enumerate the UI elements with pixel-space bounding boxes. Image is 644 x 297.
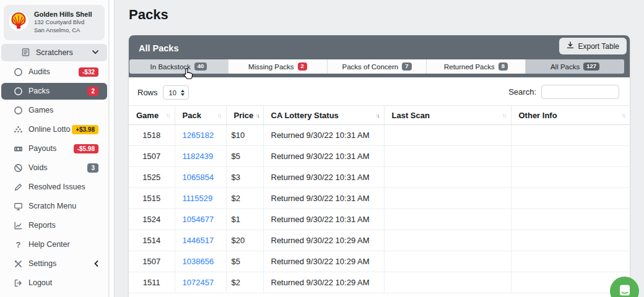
sidebar: Golden Hills Shell 132 Courtyard Blvd Sa… [0, 0, 109, 297]
sidebar-item-label: Scratchers [36, 48, 92, 57]
sidebar-item-label: Logout [28, 278, 98, 287]
game-cell: 1511 [129, 272, 175, 293]
tab-count-badge: 8 [498, 62, 508, 70]
sort-icon: ↑↓ [255, 112, 259, 119]
table-controls: Rows 10 Search: [129, 77, 630, 105]
sidebar-item-voids[interactable]: Voids 3 [1, 160, 107, 176]
all-packs-card: All Packs Export Table In Backstock 40 M… [129, 35, 630, 297]
game-cell: 1514 [129, 230, 175, 251]
pack-cell: 1038656 [175, 251, 226, 272]
tools-icon [14, 259, 23, 269]
pack-cell: 1054677 [175, 209, 226, 230]
sidebar-item-online-lotto[interactable]: Online Lotto +$3.98 [1, 121, 107, 138]
table-row: 1525 1065854 $3 Returned 9/30/22 10:31 A… [129, 167, 630, 188]
game-cell: 1518 [129, 125, 175, 146]
column-header-price[interactable]: Price↑↓ [226, 106, 263, 125]
sidebar-item-audits[interactable]: Audits -$32 [1, 64, 107, 80]
audits-badge: -$32 [79, 67, 98, 77]
other-info-cell [511, 146, 630, 167]
last-scan-cell [384, 188, 511, 209]
sidebar-item-scratchers[interactable]: Scratchers [1, 44, 107, 61]
sidebar-item-logout[interactable]: Logout [1, 275, 107, 291]
sidebar-item-payouts[interactable]: Payouts -$5.98 [1, 140, 107, 157]
logout-icon [14, 278, 23, 288]
chevron-left-icon [94, 260, 98, 267]
search-input[interactable] [541, 85, 619, 99]
tab-packs-of-concern[interactable]: Packs of Concern 7 [328, 59, 427, 74]
last-scan-cell [384, 209, 511, 230]
select-stepper-icon [181, 90, 185, 96]
price-cell: $5 [226, 146, 263, 167]
last-scan-cell [384, 125, 511, 146]
sidebar-scrollbar-track[interactable] [110, 0, 115, 297]
status-cell: Returned 9/30/22 10:31 AM [263, 146, 384, 167]
column-header-other-info[interactable]: Other Info↑↓ [511, 106, 630, 125]
tab-in-backstock[interactable]: In Backstock 40 [129, 59, 228, 74]
store-address-line2: San Anselmo, CA [34, 26, 92, 34]
tab-count-badge: 2 [298, 62, 307, 70]
sidebar-item-resolved-issues[interactable]: Resolved Issues [1, 179, 107, 196]
pack-link[interactable]: 1446517 [183, 236, 214, 245]
voids-badge: 3 [87, 163, 98, 173]
pack-cell: 1115529 [175, 188, 226, 209]
price-cell: $20 [226, 230, 263, 251]
pack-link[interactable]: 1065854 [183, 173, 214, 182]
table-row: 1507 1182439 $5 Returned 9/30/22 10:31 A… [129, 146, 630, 167]
column-header-last-scan[interactable]: Last Scan↑↓ [384, 106, 511, 125]
tab-returned-packs[interactable]: Returned Packs 8 [427, 59, 526, 74]
pack-link[interactable]: 1115529 [183, 194, 213, 203]
sidebar-item-packs[interactable]: Packs 2 [1, 83, 107, 100]
circle-icon [14, 67, 23, 77]
sort-icon: ↑↓ [622, 112, 625, 119]
status-cell: Returned 9/30/22 10:31 AM [263, 209, 384, 230]
tab-label: Missing Packs [248, 63, 294, 71]
table-row: 1507 1038656 $5 Returned 9/30/22 10:29 A… [129, 251, 630, 272]
tab-all-packs[interactable]: All Packs 127 [526, 59, 624, 74]
sidebar-item-reports[interactable]: Reports [1, 217, 107, 234]
table-row: 1518 1265182 $10 Returned 9/30/22 10:31 … [129, 125, 630, 146]
sidebar-item-help-center[interactable]: ? Help Center [1, 236, 107, 253]
price-cell: $10 [226, 125, 263, 146]
rows-per-page-select[interactable]: 10 [163, 85, 189, 100]
banknote-icon [14, 144, 23, 153]
sidebar-item-label: Packs [28, 87, 87, 95]
other-info-cell [511, 209, 630, 230]
pack-link[interactable]: 1182439 [183, 152, 214, 161]
tab-missing-packs[interactable]: Missing Packs 2 [228, 59, 328, 74]
pack-cell: 1065854 [175, 167, 226, 188]
sidebar-item-label: Reports [28, 221, 98, 230]
other-info-cell [511, 251, 630, 272]
tab-label: Packs of Concern [342, 63, 398, 71]
last-scan-cell [384, 230, 511, 251]
store-info-card[interactable]: Golden Hills Shell 132 Courtyard Blvd Sa… [4, 5, 105, 40]
game-cell: 1515 [129, 188, 175, 209]
column-header-pack[interactable]: Pack↑↓ [175, 106, 226, 125]
payouts-badge: -$5.98 [74, 144, 98, 153]
status-cell: Returned 9/30/22 10:31 AM [263, 125, 384, 146]
pack-cell: 1446517 [175, 230, 226, 251]
column-header-game[interactable]: Game↑↓ [129, 106, 175, 125]
sidebar-item-settings[interactable]: Settings [1, 256, 107, 272]
page-title: Packs [115, 0, 644, 23]
last-scan-cell [384, 146, 511, 167]
column-header-ca-lottery-status[interactable]: CA Lottery Status↑↓ [263, 106, 384, 125]
main-content: Packs All Packs Export Table In Backstoc… [115, 0, 644, 297]
sort-icon: ↑↓ [375, 112, 379, 119]
export-table-button[interactable]: Export Table [559, 38, 627, 54]
sidebar-item-label: Resolved Issues [28, 183, 98, 191]
pack-link[interactable]: 1072457 [183, 278, 214, 287]
pencil-icon [14, 183, 23, 192]
price-cell: $2 [226, 272, 263, 293]
status-cell: Returned 9/30/22 10:31 AM [263, 167, 384, 188]
rows-label: Rows [137, 88, 158, 97]
pack-link[interactable]: 1054677 [183, 215, 214, 224]
other-info-cell [511, 188, 630, 209]
pack-cell: 1072457 [175, 272, 226, 293]
sidebar-item-label: Games [28, 106, 98, 114]
table-row: 1515 1115529 $2 Returned 9/30/22 10:31 A… [129, 188, 630, 209]
sidebar-item-scratch-menu[interactable]: Scratch Menu [1, 198, 107, 215]
pack-link[interactable]: 1265182 [183, 131, 214, 140]
pack-link[interactable]: 1038656 [183, 257, 214, 266]
sidebar-item-games[interactable]: Games [1, 102, 107, 119]
table-row: 1524 1054677 $1 Returned 9/30/22 10:31 A… [129, 209, 630, 230]
